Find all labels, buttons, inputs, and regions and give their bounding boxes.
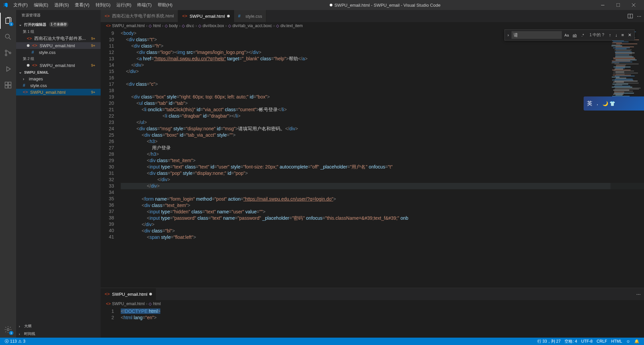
match-word-icon[interactable]: ab <box>571 32 578 39</box>
editor-pane-main[interactable]: 9101112131415161718192021222324252627282… <box>101 29 644 288</box>
file-item[interactable]: <> SWPU_email.html 9+ <box>16 89 101 95</box>
warning-icon: ⚠ <box>18 339 22 344</box>
editor-tab[interactable]: # style.css <box>234 10 267 22</box>
line-gutter: 9101112131415161718192021222324252627282… <box>101 29 121 288</box>
status-bar: ⓧ113 ⚠3 行 33，列 27 空格: 4 UTF-8 CRLF HTML … <box>0 338 644 345</box>
editor-area: <> 西南石油大学电子邮件系统.html <> SWPU_email.html … <box>101 10 644 338</box>
find-prev-icon[interactable]: ↑ <box>607 32 612 38</box>
menu-help[interactable]: 帮助(H) <box>155 1 175 9</box>
activity-extensions[interactable] <box>0 77 16 93</box>
timeline-section[interactable]: › 时间线 <box>16 330 101 338</box>
code-content[interactable]: <body> <div class="t"> <div class="h"> <… <box>121 29 644 288</box>
activity-settings[interactable]: 1 <box>0 322 16 338</box>
svg-point-10 <box>7 329 9 331</box>
maximize-button[interactable] <box>610 0 626 10</box>
editor-tab[interactable]: <> 西南石油大学电子邮件系统.html <box>101 10 178 22</box>
outline-section[interactable]: › 大纲 <box>16 322 101 330</box>
editor-pane-secondary[interactable]: 12 <!DOCTYPE html><html lang="en"> <box>101 307 644 338</box>
open-editors-header[interactable]: ⌄ 打开的编辑器 1 个未保存 <box>16 20 101 28</box>
folder-header[interactable]: ⌄ SWPU_EMAIL <box>16 69 101 76</box>
split-editor-icon[interactable] <box>628 13 633 19</box>
unsaved-dot-icon <box>330 4 332 6</box>
minimize-button[interactable] <box>595 0 610 10</box>
line-gutter: 12 <box>101 307 121 338</box>
breadcrumbs[interactable]: <> SWPU_email.html › ◇ html › ◇ body › ◇… <box>101 22 644 29</box>
menu-view[interactable]: 查看(V) <box>72 1 92 9</box>
activity-debug[interactable] <box>0 61 16 77</box>
html-file-icon: <> <box>23 89 28 95</box>
code-content[interactable]: <!DOCTYPE html><html lang="en"> <box>121 307 644 338</box>
editor-tab[interactable]: <> SWPU_email.html <box>101 288 156 300</box>
chevron-right-icon: › <box>19 324 23 328</box>
tab-actions: ⋯ <box>625 10 644 22</box>
chevron-right-icon: › <box>23 76 27 81</box>
more-actions-icon[interactable]: ⋯ <box>633 292 644 297</box>
secondary-editor-tabs: <> SWPU_email.html ⋯ <box>101 288 644 300</box>
editor-group-1: 第 1 组 <box>16 28 101 35</box>
html-file-icon: <> <box>32 63 38 68</box>
file-item[interactable]: # style.css <box>16 82 101 89</box>
svg-point-5 <box>9 52 11 54</box>
find-expand-icon[interactable]: › <box>506 32 510 38</box>
svg-rect-1 <box>616 3 620 7</box>
status-feedback-icon[interactable]: ☺ <box>624 339 632 344</box>
svg-rect-6 <box>5 82 8 85</box>
close-button[interactable] <box>626 0 641 10</box>
menu-file[interactable]: 文件(F) <box>11 1 31 9</box>
find-result: 1 中的 ? <box>587 32 606 38</box>
status-spaces[interactable]: 空格: 4 <box>562 339 579 344</box>
svg-point-4 <box>5 54 7 56</box>
find-selection-icon[interactable]: ≡ <box>620 32 625 38</box>
more-actions-icon[interactable]: ⋯ <box>637 14 641 19</box>
status-problems[interactable]: ⓧ113 ⚠3 <box>3 339 28 344</box>
minimap[interactable] <box>610 29 644 288</box>
css-file-icon: # <box>23 83 28 88</box>
status-bell-icon[interactable]: 🔔 <box>632 339 641 344</box>
menu-terminal[interactable]: 终端(T) <box>135 1 154 9</box>
status-lncol[interactable]: 行 33，列 27 <box>535 339 562 344</box>
modified-dot-icon <box>149 293 152 295</box>
vscode-logo-icon <box>3 2 8 8</box>
breadcrumbs-secondary[interactable]: <> SWPU_email.html › ◇ html <box>101 300 644 307</box>
svg-rect-8 <box>5 85 8 88</box>
status-eol[interactable]: CRLF <box>595 339 609 344</box>
window-title: SWPU_email.html - SWPU_email - Visual St… <box>175 3 595 8</box>
match-case-icon[interactable]: Aa <box>563 32 570 39</box>
explorer-badge: 1 <box>9 22 13 26</box>
menu-bar: 文件(F) 编辑(E) 选择(S) 查看(V) 转到(G) 运行(R) 终端(T… <box>11 1 175 9</box>
chevron-down-icon: ⌄ <box>19 70 23 74</box>
editor-tab[interactable]: <> SWPU_email.html <box>178 10 234 22</box>
html-file-icon: <> <box>105 291 110 297</box>
svg-point-2 <box>5 34 9 38</box>
status-encoding[interactable]: UTF-8 <box>579 339 595 344</box>
minimap[interactable] <box>610 307 644 338</box>
find-input[interactable] <box>512 31 562 39</box>
regex-icon[interactable]: .* <box>579 32 586 39</box>
svg-rect-9 <box>8 85 11 88</box>
open-editor-item[interactable]: <> SWPU_email.html 9+ <box>16 62 101 69</box>
html-file-icon: <> <box>182 13 187 19</box>
settings-badge: 1 <box>9 331 13 335</box>
find-close-icon[interactable]: ✕ <box>627 32 633 38</box>
activity-search[interactable] <box>0 29 16 45</box>
menu-edit[interactable]: 编辑(E) <box>31 1 51 9</box>
menu-selection[interactable]: 选择(S) <box>52 1 71 9</box>
status-language[interactable]: HTML <box>609 339 624 344</box>
activity-bar: 1 1 <box>0 10 16 338</box>
css-file-icon: # <box>32 50 37 55</box>
activity-explorer[interactable]: 1 <box>0 13 16 29</box>
folder-item[interactable]: › images <box>16 76 101 82</box>
ime-indicator[interactable]: 英 ， 🌙 👕 <box>584 96 644 111</box>
open-editor-item[interactable]: <> 西南石油大学电子邮件系... 9+ <box>16 35 101 42</box>
menu-go[interactable]: 转到(G) <box>93 1 113 9</box>
menu-run[interactable]: 运行(R) <box>114 1 134 9</box>
find-next-icon[interactable]: ↓ <box>614 32 619 38</box>
svg-rect-7 <box>8 82 11 85</box>
modified-dot-icon <box>227 15 230 17</box>
activity-scm[interactable] <box>0 45 16 61</box>
svg-rect-0 <box>601 5 604 5</box>
open-editor-item[interactable]: <> SWPU_email.html 9+ <box>16 42 101 49</box>
editor-group-2: 第 2 组 <box>16 56 101 62</box>
sidebar: 资源管理器 ⌄ 打开的编辑器 1 个未保存 第 1 组 <> 西南石油大学电子邮… <box>16 10 101 338</box>
open-editor-item[interactable]: # style.css <box>16 49 101 56</box>
